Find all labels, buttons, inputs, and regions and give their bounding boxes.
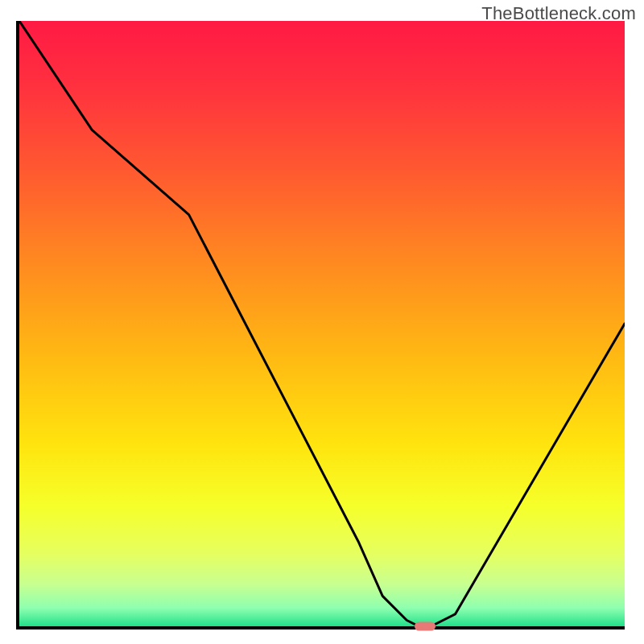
svg-rect-0 (19, 21, 625, 626)
plot-area (16, 21, 625, 630)
chart-container: TheBottleneck.com (0, 0, 644, 644)
optimum-marker (415, 622, 436, 631)
background-gradient (19, 21, 625, 626)
